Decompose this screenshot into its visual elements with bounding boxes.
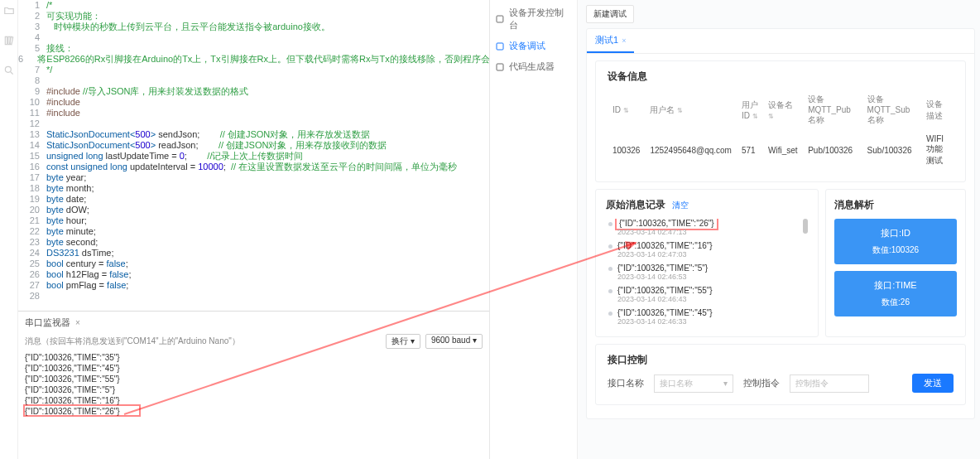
serial-monitor-panel: 串口监视器 × 消息（按回车将消息发送到"COM14"上的"Arduino Na…	[18, 311, 489, 459]
message-item[interactable]: {"ID":100326,"TIME":"16"}2023-03-14 02:4…	[606, 241, 808, 258]
books-icon[interactable]	[3, 35, 15, 50]
dashboard-pane: 新建调试 测试1 × 设备信息 ID ⇅用户名 ⇅用户ID ⇅设备名 ⇅设备MQ…	[578, 0, 980, 459]
chevron-down-icon: ▾	[473, 336, 477, 345]
nav-item-debug[interactable]: 设备调试	[495, 40, 572, 52]
nav-item-codegen[interactable]: 代码生成器	[495, 60, 572, 73]
interface-control-card: 接口控制 接口名称 接口名称▾ 控制指令 控制指令 发送	[595, 344, 966, 405]
close-icon[interactable]: ×	[75, 318, 80, 327]
control-title: 接口控制	[608, 353, 954, 367]
device-info-title: 设备信息	[608, 70, 954, 84]
new-debug-button[interactable]: 新建调试	[586, 5, 634, 23]
send-button[interactable]: 发送	[912, 374, 954, 393]
tab-test1[interactable]: 测试1 ×	[587, 29, 634, 53]
svg-rect-3	[497, 16, 503, 22]
svg-rect-5	[497, 64, 503, 70]
message-item[interactable]: {"ID":100326,"TIME":"26"}2023-03-14 02:4…	[606, 219, 808, 236]
control-cmd-label: 控制指令	[743, 377, 780, 389]
message-item[interactable]: {"ID":100326,"TIME":"45"}2023-03-14 02:4…	[606, 308, 808, 326]
parse-card: 消息解析 接口:ID 数值:100326 接口:TIME 数值:26	[825, 189, 966, 337]
parse-key: 接口:ID	[841, 227, 950, 239]
parse-key: 接口:TIME	[841, 279, 950, 292]
clear-messages-link[interactable]: 清空	[672, 200, 689, 211]
serial-hint: 消息（按回车将消息发送到"COM14"上的"Arduino Nano"）	[25, 336, 240, 347]
interface-name-select[interactable]: 接口名称▾	[654, 374, 733, 393]
ide-icon-rail	[0, 0, 18, 459]
center-nav: 设备开发控制台设备调试代码生成器	[490, 0, 578, 459]
close-icon[interactable]: ×	[622, 36, 626, 45]
raw-messages-card: 原始消息记录 清空 {"ID":100326,"TIME":"26"}2023-…	[595, 189, 819, 337]
parse-value: 数值:26	[841, 297, 950, 308]
device-table: ID ⇅用户名 ⇅用户ID ⇅设备名 ⇅设备MQTT_Pub名称设备MQTT_S…	[608, 90, 954, 172]
folder-icon[interactable]	[3, 5, 15, 20]
tab-label: 测试1	[595, 34, 618, 46]
main-card: 测试1 × 设备信息 ID ⇅用户名 ⇅用户ID ⇅设备名 ⇅设备MQTT_Pu…	[586, 28, 975, 419]
serial-output: {"ID":100326,"TIME":"35"}{"ID":100326,"T…	[25, 352, 483, 417]
control-name-label: 接口名称	[608, 377, 644, 389]
search-icon[interactable]	[3, 65, 15, 80]
parse-box-id: 接口:ID 数值:100326	[834, 219, 957, 264]
parse-title: 消息解析	[834, 198, 957, 212]
svg-point-2	[5, 66, 11, 72]
ide-pane: 1/*2可实现功能：3 时钟模块的秒数上传到云平台，且云平台能发送指令被ardu…	[18, 0, 490, 459]
chevron-down-icon: ▾	[411, 336, 415, 345]
line-ending-select[interactable]: 换行 ▾	[386, 334, 420, 349]
raw-messages-title: 原始消息记录	[606, 198, 665, 212]
svg-rect-4	[497, 43, 503, 50]
message-list[interactable]: {"ID":100326,"TIME":"26"}2023-03-14 02:4…	[606, 219, 808, 328]
parse-value: 数值:100326	[841, 244, 950, 256]
message-item[interactable]: {"ID":100326,"TIME":"55"}2023-03-14 02:4…	[606, 286, 808, 303]
svg-rect-0	[5, 36, 7, 44]
device-info-card: 设备信息 ID ⇅用户名 ⇅用户ID ⇅设备名 ⇅设备MQTT_Pub名称设备M…	[595, 60, 966, 182]
control-cmd-input[interactable]: 控制指令	[790, 374, 869, 393]
code-editor[interactable]: 1/*2可实现功能：3 时钟模块的秒数上传到云平台，且云平台能发送指令被ardu…	[18, 0, 489, 311]
scrollbar[interactable]	[801, 219, 808, 328]
serial-monitor-title: 串口监视器	[25, 316, 70, 329]
parse-box-time: 接口:TIME 数值:26	[834, 271, 957, 316]
chevron-down-icon: ▾	[723, 379, 728, 388]
nav-item-console[interactable]: 设备开发控制台	[495, 7, 572, 31]
baud-select[interactable]: 9600 baud ▾	[425, 334, 483, 349]
message-item[interactable]: {"ID":100326,"TIME":"5"}2023-03-14 02:46…	[606, 263, 808, 281]
